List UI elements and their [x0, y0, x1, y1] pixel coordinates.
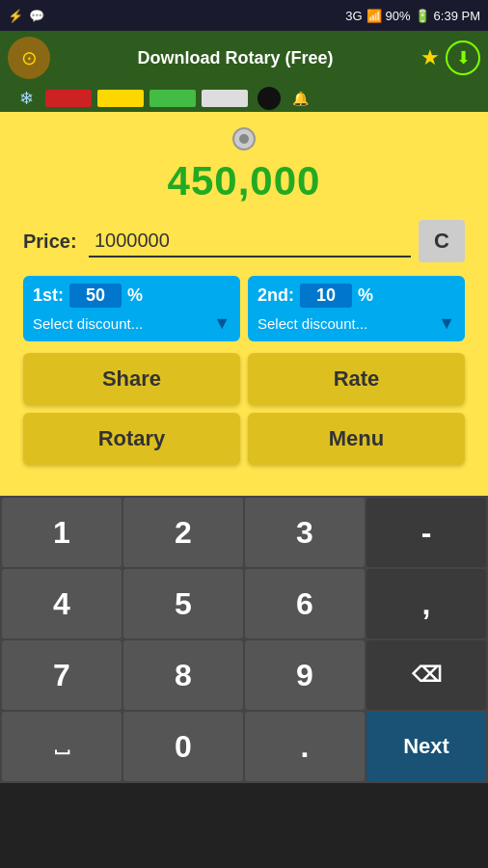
menu-button[interactable]: Menu — [248, 413, 465, 465]
discount-label-2: 2nd: — [258, 285, 294, 306]
key-space[interactable]: ⎵ — [2, 712, 122, 781]
price-input[interactable] — [95, 230, 405, 252]
price-input-container[interactable] — [89, 226, 411, 258]
discount-select-text-1: Select discount... — [33, 315, 143, 332]
key-3[interactable]: 3 — [245, 498, 365, 567]
clear-button[interactable]: C — [419, 220, 465, 262]
color-tabs-bar: ❄ 🔔 — [0, 85, 488, 112]
toolbar-actions: ★ ⬇ — [420, 41, 480, 75]
snowflake-icon: ❄ — [19, 88, 34, 109]
status-left-icons: ⚡ 💬 — [8, 9, 44, 23]
key-2[interactable]: 2 — [123, 498, 243, 567]
download-button[interactable]: ⬇ — [446, 41, 480, 75]
discount-label-1: 1st: — [33, 285, 64, 306]
time-display: 6:39 PM — [434, 9, 480, 23]
keyboard: 1 2 3 - 4 5 6 , 7 8 9 ⌫ ⎵ 0 . Next — [0, 496, 488, 783]
discount-arrow-icon-2: ▼ — [438, 313, 455, 334]
key-dot[interactable]: . — [245, 712, 365, 781]
price-row: Price: C — [23, 220, 465, 262]
key-0[interactable]: 0 — [123, 712, 243, 781]
tab-white[interactable] — [202, 90, 248, 107]
key-7[interactable]: 7 — [2, 640, 122, 710]
price-label: Price: — [23, 231, 81, 253]
signal-icon: 📶 — [366, 9, 382, 23]
action-row-1: Share Rate — [23, 353, 465, 405]
discount-box-1: 1st: % Select discount... ▼ — [23, 276, 240, 341]
key-6[interactable]: 6 — [245, 569, 365, 638]
discount-select-1[interactable]: Select discount... ▼ — [33, 313, 230, 334]
key-8[interactable]: 8 — [123, 640, 243, 710]
discount-input-1[interactable] — [69, 284, 122, 308]
discount-input-2[interactable] — [300, 284, 352, 308]
discount-select-text-2: Select discount... — [258, 315, 367, 332]
key-1[interactable]: 1 — [2, 498, 122, 567]
rate-button[interactable]: Rate — [248, 353, 465, 405]
result-display: 450,000 — [23, 158, 465, 204]
discount-pct-2: % — [358, 285, 373, 306]
main-content: 450,000 Price: C 1st: % Select discount.… — [0, 112, 488, 496]
tab-yellow[interactable] — [97, 90, 144, 107]
pendulum-icon: 🔔 — [292, 91, 309, 106]
key-5[interactable]: 5 — [123, 569, 243, 638]
status-bar: ⚡ 💬 3G 📶 90% 🔋 6:39 PM — [0, 0, 488, 31]
tab-black[interactable] — [258, 87, 281, 110]
network-indicator: 3G — [345, 9, 362, 23]
discount-pct-1: % — [127, 285, 143, 306]
key-4[interactable]: 4 — [2, 569, 122, 638]
chat-icon: 💬 — [29, 9, 44, 23]
download-arrow-icon: ⬇ — [456, 47, 471, 68]
key-comma[interactable]: , — [366, 569, 486, 638]
tab-green[interactable] — [149, 90, 196, 107]
discount-row: 1st: % Select discount... ▼ 2nd: % Selec… — [23, 276, 465, 341]
discount-box-2: 2nd: % Select discount... ▼ — [248, 276, 465, 341]
toolbar-title: Download Rotary (Free) — [50, 48, 420, 68]
rotary-button[interactable]: Rotary — [23, 413, 240, 465]
battery-indicator: 90% — [386, 9, 411, 23]
tab-red[interactable] — [45, 90, 92, 107]
toolbar: ⊙ Download Rotary (Free) ★ ⬇ — [0, 31, 488, 85]
key-9[interactable]: 9 — [245, 640, 365, 710]
discount-top-2: 2nd: % — [258, 284, 455, 308]
next-button[interactable]: Next — [366, 712, 486, 781]
discount-arrow-icon-1: ▼ — [213, 313, 230, 334]
action-row-2: Rotary Menu — [23, 413, 465, 465]
tag-hole — [232, 127, 256, 150]
share-button[interactable]: Share — [23, 353, 240, 405]
app-logo: ⊙ — [8, 37, 50, 79]
key-minus[interactable]: - — [366, 498, 486, 567]
discount-select-2[interactable]: Select discount... ▼ — [258, 313, 455, 334]
backspace-button[interactable]: ⌫ — [366, 640, 486, 710]
discount-top-1: 1st: % — [33, 284, 230, 308]
battery-icon: 🔋 — [415, 9, 430, 23]
star-icon[interactable]: ★ — [420, 45, 440, 70]
usb-icon: ⚡ — [8, 9, 23, 23]
compass-icon: ⊙ — [21, 46, 38, 69]
